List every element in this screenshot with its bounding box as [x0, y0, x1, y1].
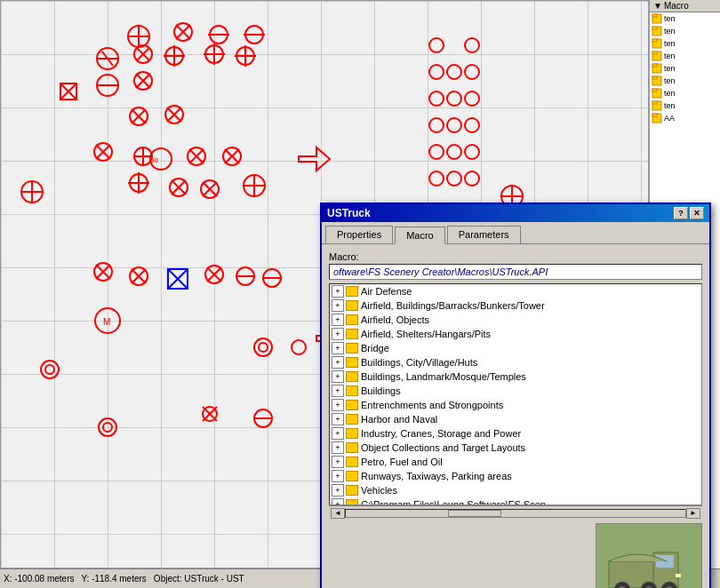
tree-list-item[interactable]: + Airfield, Objects [330, 313, 701, 327]
svg-point-83 [254, 338, 272, 356]
svg-point-34 [447, 118, 461, 132]
tree-list-item[interactable]: + Petro, Fuel and Oil [330, 455, 701, 469]
svg-point-30 [429, 91, 444, 106]
tree-expand-icon: ▼ [653, 1, 662, 11]
tab-parameters[interactable]: Parameters [447, 226, 521, 243]
macro-label: Macro: [329, 251, 702, 262]
tree-list-item[interactable]: + Entrenchments and Strongpoints [330, 398, 701, 412]
right-tree-item: ten [650, 62, 720, 75]
svg-rect-133 [652, 89, 657, 91]
tree-list-item[interactable]: + Bridge [330, 341, 701, 355]
tab-macro[interactable]: Macro [395, 226, 445, 244]
right-tree-item: ten [650, 12, 720, 25]
svg-rect-148 [676, 574, 681, 577]
scroll-left-btn[interactable]: ◄ [331, 508, 345, 519]
dialog-content: Macro: oftware\FS Scenery Creator\Macros… [322, 244, 709, 588]
svg-point-25 [429, 38, 444, 52]
truck-svg [600, 528, 698, 588]
svg-point-32 [465, 91, 479, 106]
svg-rect-137 [652, 114, 657, 116]
svg-point-87 [103, 423, 112, 432]
close-button[interactable]: ✕ [690, 207, 704, 219]
dialog-title: USTruck [327, 207, 371, 219]
svg-point-31 [447, 91, 461, 106]
right-tree-item: ten [650, 75, 720, 87]
help-button[interactable]: ? [674, 207, 688, 219]
tree-list-item[interactable]: + Vehicles [330, 483, 701, 497]
scrollbar-thumb[interactable] [448, 510, 501, 517]
svg-point-35 [465, 118, 479, 132]
tree-list-item[interactable]: + Object Collections and Target Layouts [330, 441, 701, 455]
right-tree-item: ten [650, 87, 720, 99]
svg-point-81 [41, 361, 59, 378]
tree-list-item[interactable]: + Industry, Cranes, Storage and Power [330, 426, 701, 441]
right-tree-items: ten ten ten ten ten [650, 12, 720, 124]
svg-point-27 [429, 65, 444, 79]
object-info: Object: USTruck - UST [154, 574, 244, 584]
right-tree-item: ten [650, 50, 720, 62]
dialog-titlebar: USTruck ? ✕ [322, 204, 709, 222]
svg-rect-127 [652, 52, 657, 54]
svg-marker-115 [299, 147, 330, 171]
tree-list-item[interactable]: + Buildings [330, 384, 701, 398]
scrollbar-area: ◄ ► [329, 505, 702, 520]
macro-path[interactable]: oftware\FS Scenery Creator\Macros\USTruc… [329, 264, 702, 280]
scrollbar-track[interactable] [345, 509, 686, 518]
right-tree-item: AA [650, 112, 720, 124]
dialog-tabs: Properties Macro Parameters [322, 222, 709, 244]
scroll-right-btn[interactable]: ► [686, 508, 700, 519]
right-tree-item: ten [650, 99, 720, 112]
tree-list-item[interactable]: + C:\Program Files\Leung Software\FS Sce… [330, 497, 701, 505]
svg-text:M: M [103, 317, 110, 327]
svg-rect-129 [652, 64, 657, 67]
svg-point-40 [447, 171, 461, 186]
y-coord: Y: -118.4 meters [81, 574, 146, 584]
svg-point-33 [429, 118, 444, 132]
macro-tree-list[interactable]: + Air Defense + Airfield, Buildings/Barr… [329, 283, 702, 505]
right-tree-item: ten [650, 37, 720, 50]
tree-list-item[interactable]: + Buildings, City/Village/Huts [330, 355, 701, 369]
svg-point-26 [465, 38, 479, 52]
titlebar-buttons: ? ✕ [674, 207, 704, 219]
svg-point-41 [465, 171, 479, 186]
svg-rect-125 [652, 39, 657, 42]
tree-list-item[interactable]: + Airfield, Shelters/Hangars/Pits [330, 327, 701, 341]
tree-list-item[interactable]: + Runways, Taxiways, Parking areas [330, 469, 701, 483]
svg-point-29 [465, 65, 479, 79]
svg-point-86 [99, 418, 116, 436]
truck-preview [596, 523, 702, 588]
svg-point-37 [447, 145, 461, 159]
tree-header: ▼ Macro [650, 0, 720, 12]
svg-rect-135 [652, 101, 657, 104]
svg-point-39 [429, 171, 444, 186]
svg-point-28 [447, 65, 461, 79]
svg-rect-121 [652, 14, 657, 17]
svg-rect-131 [652, 76, 657, 79]
svg-point-38 [465, 145, 479, 159]
svg-point-82 [45, 365, 54, 374]
svg-point-36 [429, 145, 444, 159]
tree-header-label: Macro [664, 1, 689, 11]
x-coord: X: -100.08 meters [4, 574, 74, 584]
svg-point-84 [259, 343, 268, 352]
ustruck-dialog: USTruck ? ✕ Properties Macro Parameters … [320, 203, 711, 588]
tree-list-item[interactable]: + Buildings, Landmark/Mosque/Temples [330, 369, 701, 384]
svg-point-85 [292, 340, 306, 354]
svg-rect-123 [652, 27, 657, 29]
image-section: UStruck by 'Swambast' [329, 523, 702, 588]
tree-list-item[interactable]: + Air Defense [330, 284, 701, 298]
right-tree-item: ten [650, 25, 720, 37]
tree-list-item[interactable]: + Airfield, Buildings/Barracks/Bunkers/T… [330, 298, 701, 313]
tree-list-item[interactable]: + Harbor and Naval [330, 412, 701, 426]
tab-properties[interactable]: Properties [325, 226, 393, 243]
